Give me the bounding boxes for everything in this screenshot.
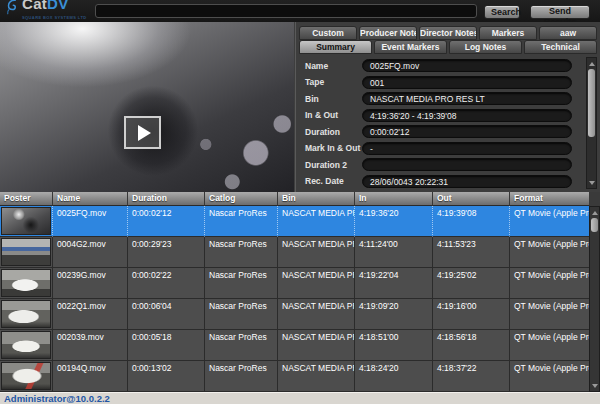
cell-duration[interactable]: 0:00:02'12: [128, 206, 205, 237]
poster-thumbnail[interactable]: [1, 269, 51, 297]
scroll-down-icon[interactable]: [587, 178, 596, 187]
cell-poster[interactable]: [0, 361, 53, 392]
cell-format[interactable]: QT Movie (Apple ProRe: [510, 268, 590, 299]
tab-producer-notes[interactable]: Producer Notes: [359, 26, 417, 40]
tab-custom[interactable]: Custom: [299, 26, 357, 40]
field-value-mark-in-out[interactable]: -: [362, 142, 572, 155]
cell-bin[interactable]: NASCAT MEDIA PRO R: [278, 206, 355, 237]
cell-poster[interactable]: [0, 206, 53, 237]
detail-scrollbar[interactable]: [586, 57, 597, 189]
tab-markers[interactable]: Markers: [479, 26, 537, 40]
cell-format[interactable]: QT Movie (Apple ProRe: [510, 299, 590, 330]
send-results-button[interactable]: Send Results: [530, 5, 590, 19]
cell-in[interactable]: 4:19:36'20: [355, 206, 433, 237]
cell-out[interactable]: 4:18:56'18: [433, 330, 510, 361]
table-scrollbar[interactable]: [589, 206, 600, 392]
cell-poster[interactable]: [0, 330, 53, 361]
cell-in[interactable]: 4:19:22'04: [355, 268, 433, 299]
cell-name[interactable]: 0004G2.mov: [53, 237, 128, 268]
cell-format[interactable]: QT Movie (Apple ProRe: [510, 206, 590, 237]
cell-bin[interactable]: NASCAT MEDIA PRO R: [278, 268, 355, 299]
scroll-down-icon[interactable]: [590, 381, 599, 390]
cell-format[interactable]: QT Movie (Apple ProRe: [510, 237, 590, 268]
cell-name[interactable]: 00194Q.mov: [53, 361, 128, 392]
cell-duration[interactable]: 0:00:29'23: [128, 237, 205, 268]
column-header-poster[interactable]: Poster: [0, 192, 53, 206]
field-value-duration-2[interactable]: [362, 158, 572, 171]
cell-out[interactable]: 4:19:39'08: [433, 206, 510, 237]
cell-catlog[interactable]: Nascar ProRes: [205, 268, 278, 299]
cell-out[interactable]: 4:18:37'22: [433, 361, 510, 392]
cell-catlog[interactable]: Nascar ProRes: [205, 299, 278, 330]
cell-catlog[interactable]: Nascar ProRes: [205, 361, 278, 392]
cell-format[interactable]: QT Movie (Apple ProRe: [510, 361, 590, 392]
clip-detail-panel: CustomProducer NotesDirector NotesMarker…: [295, 22, 600, 192]
field-value-name[interactable]: 0025FQ.mov: [362, 59, 572, 72]
poster-thumbnail[interactable]: [1, 238, 51, 266]
field-value-bin[interactable]: NASCAT MEDIA PRO RES LT: [362, 92, 572, 105]
cell-bin[interactable]: NASCAT MEDIA PRO R: [278, 299, 355, 330]
scroll-up-icon[interactable]: [587, 59, 596, 68]
field-value-in-out[interactable]: 4:19:36'20 - 4:19:39'08: [362, 109, 572, 122]
cell-name[interactable]: 0022Q1.mov: [53, 299, 128, 330]
tab-log-notes[interactable]: Log Notes: [449, 40, 522, 54]
cell-in[interactable]: 4:18:24'20: [355, 361, 433, 392]
column-header-bin[interactable]: Bin: [278, 192, 355, 206]
tab-summary[interactable]: Summary: [299, 40, 372, 54]
video-preview[interactable]: [0, 22, 294, 192]
column-header-format[interactable]: Format: [510, 192, 590, 206]
table-row[interactable]: 00194Q.mov0:00:13'02Nascar ProResNASCAT …: [0, 361, 600, 392]
column-header-duration[interactable]: Duration: [128, 192, 205, 206]
tab-event-markers[interactable]: Event Markers: [374, 40, 447, 54]
cell-out[interactable]: 4:19:16'00: [433, 299, 510, 330]
cell-bin[interactable]: NASCAT MEDIA PRO R: [278, 361, 355, 392]
cell-bin[interactable]: NASCAT MEDIA PRO R: [278, 237, 355, 268]
cell-out[interactable]: 4:19:25'02: [433, 268, 510, 299]
scroll-up-icon[interactable]: [590, 208, 599, 217]
cell-in[interactable]: 4:18:51'00: [355, 330, 433, 361]
cell-poster[interactable]: [0, 237, 53, 268]
cell-duration[interactable]: 0:00:02'22: [128, 268, 205, 299]
cell-name[interactable]: 0025FQ.mov: [53, 206, 128, 237]
cell-catlog[interactable]: Nascar ProRes: [205, 237, 278, 268]
detail-scrollbar-thumb[interactable]: [588, 69, 595, 137]
tab-technical[interactable]: Technical: [524, 40, 597, 54]
search-input[interactable]: [95, 4, 477, 18]
play-button[interactable]: [124, 116, 161, 149]
table-row[interactable]: 0025FQ.mov0:00:02'12Nascar ProResNASCAT …: [0, 206, 600, 237]
detail-tabs-row1: CustomProducer NotesDirector NotesMarker…: [296, 26, 600, 40]
cell-poster[interactable]: [0, 299, 53, 330]
cell-in[interactable]: 4:11:24'00: [355, 237, 433, 268]
cell-bin[interactable]: NASCAT MEDIA PRO R: [278, 330, 355, 361]
cell-name[interactable]: 00239G.mov: [53, 268, 128, 299]
search-button[interactable]: Search: [484, 5, 520, 19]
cell-poster[interactable]: [0, 268, 53, 299]
field-value-tape[interactable]: 001: [362, 76, 572, 89]
cell-format[interactable]: QT Movie (Apple ProRe: [510, 330, 590, 361]
table-row[interactable]: 0022Q1.mov0:00:06'04Nascar ProResNASCAT …: [0, 299, 600, 330]
poster-thumbnail[interactable]: [1, 362, 51, 390]
column-header-out[interactable]: Out: [433, 192, 510, 206]
field-value-rec-date[interactable]: 28/06/0043 20:22:31: [362, 175, 572, 188]
cell-duration[interactable]: 0:00:06'04: [128, 299, 205, 330]
poster-thumbnail[interactable]: [1, 207, 51, 235]
field-value-duration[interactable]: 0:00:02'12: [362, 125, 572, 138]
cell-duration[interactable]: 0:00:05'18: [128, 330, 205, 361]
column-header-name[interactable]: Name: [53, 192, 128, 206]
table-row[interactable]: 00239G.mov0:00:02'22Nascar ProResNASCAT …: [0, 268, 600, 299]
cell-catlog[interactable]: Nascar ProRes: [205, 330, 278, 361]
table-scrollbar-thumb[interactable]: [591, 218, 598, 232]
tab-aaw[interactable]: aaw: [539, 26, 597, 40]
table-row[interactable]: 002039.mov0:00:05'18Nascar ProResNASCAT …: [0, 330, 600, 361]
column-header-in[interactable]: In: [355, 192, 433, 206]
cell-catlog[interactable]: Nascar ProRes: [205, 206, 278, 237]
cell-duration[interactable]: 0:00:13'02: [128, 361, 205, 392]
cell-out[interactable]: 4:11:53'23: [433, 237, 510, 268]
cell-name[interactable]: 002039.mov: [53, 330, 128, 361]
column-header-catlog[interactable]: Catlog: [205, 192, 278, 206]
poster-thumbnail[interactable]: [1, 300, 51, 328]
table-row[interactable]: 0004G2.mov0:00:29'23Nascar ProResNASCAT …: [0, 237, 600, 268]
cell-in[interactable]: 4:19:09'20: [355, 299, 433, 330]
poster-thumbnail[interactable]: [1, 331, 51, 359]
tab-director-notes[interactable]: Director Notes: [419, 26, 477, 40]
